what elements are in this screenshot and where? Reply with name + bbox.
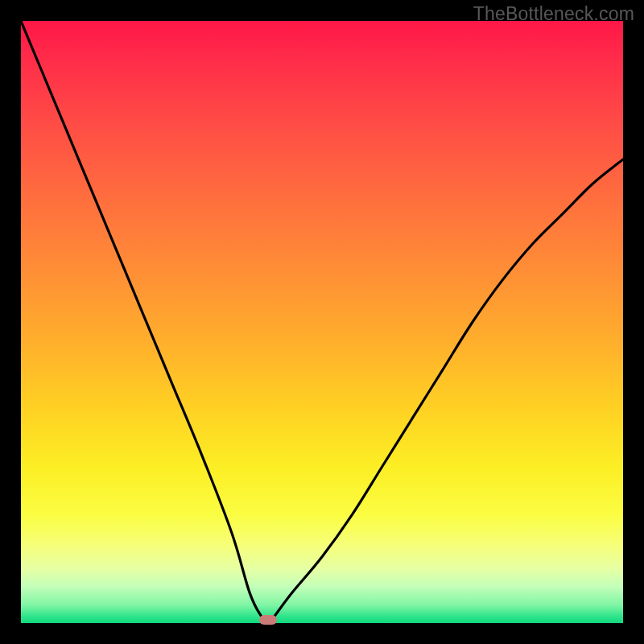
watermark-text: TheBottleneck.com bbox=[473, 3, 634, 25]
bottleneck-curve bbox=[21, 21, 623, 623]
optimal-point-marker bbox=[259, 615, 277, 625]
plot-area bbox=[21, 21, 623, 623]
chart-frame: TheBottleneck.com bbox=[0, 0, 644, 644]
